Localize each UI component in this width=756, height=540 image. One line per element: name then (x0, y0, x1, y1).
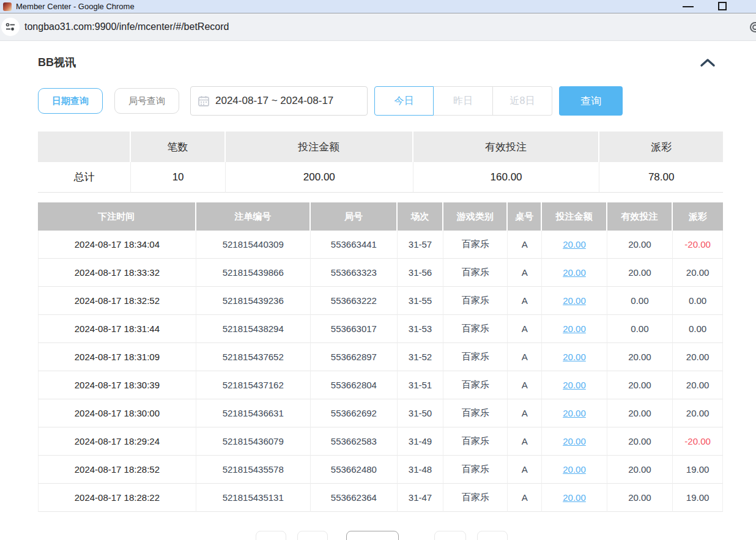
pagination-current-page[interactable] (346, 531, 399, 540)
bet-amount-link[interactable]: 20.00 (563, 492, 586, 503)
cell-bet: 20.00 (542, 456, 607, 484)
cell-bet-id: 521815439866 (196, 259, 311, 287)
cell-game: 百家乐 (443, 231, 508, 259)
cell-valid: 20.00 (607, 456, 673, 484)
round-query-tab[interactable]: 局号查询 (114, 88, 179, 114)
window-titlebar: Member Center - Google Chrome (0, 0, 756, 13)
summary-total-count: 10 (131, 162, 226, 193)
cell-session: 31-56 (398, 259, 443, 287)
summary-total-bet-amount: 200.00 (226, 162, 413, 193)
cell-bet-id: 521815436631 (196, 399, 311, 427)
header-valid-bet: 有效投注 (607, 202, 673, 231)
cell-bet-id: 521815435578 (196, 456, 311, 484)
cell-bet: 20.00 (542, 259, 607, 287)
summary-header-row: 笔数 投注金额 有效投注 派彩 (38, 131, 723, 162)
last8days-button[interactable]: 近8日 (493, 86, 552, 116)
cell-game: 百家乐 (443, 259, 508, 287)
cell-table-no: A (508, 259, 542, 287)
cell-game: 百家乐 (443, 427, 508, 456)
cell-payout: 19.00 (673, 484, 723, 512)
cell-bet: 20.00 (542, 427, 607, 456)
maximize-button[interactable] (713, 0, 732, 13)
cell-bet: 20.00 (542, 343, 607, 371)
cell-payout: 19.00 (673, 456, 723, 484)
cell-time: 2024-08-17 18:32:52 (38, 287, 196, 315)
site-settings-icon[interactable] (1, 18, 20, 36)
summary-header-empty (38, 131, 131, 162)
cell-time: 2024-08-17 18:34:04 (38, 231, 196, 259)
cell-bet-id: 521815440309 (196, 231, 311, 259)
today-button[interactable]: 今日 (374, 86, 434, 116)
yesterday-button[interactable]: 昨日 (434, 86, 493, 116)
bet-amount-link[interactable]: 20.00 (563, 436, 586, 446)
cell-round: 553663323 (311, 259, 398, 287)
bet-record-table: 下注时间 注单编号 局号 场次 游戏类别 桌号 投注金额 有效投注 派彩 202… (38, 202, 723, 512)
cell-bet-id: 521815436079 (196, 427, 311, 456)
header-game-type: 游戏类别 (443, 202, 508, 231)
pagination-button[interactable] (297, 531, 328, 540)
cell-session: 31-57 (398, 231, 443, 259)
header-bet-time: 下注时间 (38, 202, 196, 231)
cell-payout: -20.00 (673, 427, 723, 456)
cell-bet-id: 521815439236 (196, 287, 311, 315)
collapse-chevron-icon[interactable] (700, 57, 716, 67)
calendar-icon (198, 95, 209, 106)
bet-amount-link[interactable]: 20.00 (563, 267, 586, 278)
address-bar[interactable]: tongbao31.com:9900/infe/mcenter/#/betRec… (0, 13, 756, 41)
cell-session: 31-53 (398, 315, 443, 343)
bet-amount-link[interactable]: 20.00 (563, 464, 586, 475)
cell-payout: 0.00 (673, 287, 723, 315)
table-row: 2024-08-17 18:31:44521815438294553663017… (38, 315, 723, 343)
profile-icon[interactable] (750, 22, 756, 32)
date-range-value: 2024-08-17 ~ 2024-08-17 (215, 95, 333, 107)
cell-bet: 20.00 (542, 484, 607, 512)
cell-valid: 20.00 (607, 427, 673, 456)
url-text[interactable]: tongbao31.com:9900/infe/mcenter/#/betRec… (24, 21, 229, 32)
cell-valid: 20.00 (607, 343, 673, 371)
bet-amount-link[interactable]: 20.00 (563, 239, 586, 250)
cell-bet: 20.00 (542, 315, 607, 343)
cell-session: 31-50 (398, 399, 443, 427)
date-range-input[interactable]: 2024-08-17 ~ 2024-08-17 (190, 86, 368, 116)
pagination-button[interactable] (256, 531, 286, 540)
cell-game: 百家乐 (443, 456, 508, 484)
search-button[interactable]: 查询 (559, 86, 623, 116)
table-row: 2024-08-17 18:31:09521815437652553662897… (38, 343, 723, 371)
cell-round: 553662583 (311, 427, 398, 456)
bet-amount-link[interactable]: 20.00 (563, 352, 586, 362)
cell-bet-id: 521815438294 (196, 315, 311, 343)
page-title: BB视讯 (38, 55, 76, 70)
summary-header-valid-bet: 有效投注 (413, 131, 600, 162)
minimize-button[interactable] (679, 0, 697, 13)
cell-table-no: A (508, 484, 542, 512)
tune-icon (6, 22, 15, 32)
cell-payout: -20.00 (673, 231, 723, 259)
cell-round: 553662897 (311, 343, 398, 371)
pagination-button[interactable] (477, 531, 508, 540)
cell-table-no: A (508, 456, 542, 484)
cell-time: 2024-08-17 18:28:52 (38, 456, 196, 484)
pagination-button[interactable] (434, 531, 466, 540)
cell-valid: 20.00 (607, 484, 673, 512)
cell-time: 2024-08-17 18:31:09 (38, 343, 196, 371)
bet-amount-link[interactable]: 20.00 (563, 324, 586, 334)
table-row: 2024-08-17 18:28:52521815435578553662480… (38, 456, 723, 484)
cell-valid: 20.00 (607, 371, 673, 399)
cell-valid: 0.00 (607, 315, 673, 343)
cell-time: 2024-08-17 18:33:32 (38, 259, 196, 287)
bet-amount-link[interactable]: 20.00 (563, 380, 586, 390)
cell-bet-id: 521815437162 (196, 371, 311, 399)
bet-amount-link[interactable]: 20.00 (563, 408, 586, 418)
cell-payout: 20.00 (673, 259, 723, 287)
summary-total-label: 总计 (38, 162, 131, 193)
date-query-tab[interactable]: 日期查询 (38, 88, 103, 114)
cell-session: 31-47 (398, 484, 443, 512)
cell-time: 2024-08-17 18:29:24 (38, 427, 196, 456)
cell-session: 31-48 (398, 456, 443, 484)
cell-bet: 20.00 (542, 287, 607, 315)
cell-session: 31-51 (398, 371, 443, 399)
bet-amount-link[interactable]: 20.00 (563, 295, 586, 306)
cell-round: 553662804 (311, 371, 398, 399)
filter-toolbar: 日期查询 局号查询 2024-08-17 ~ 2024-08-17 今日 昨日 … (38, 86, 723, 116)
cell-session: 31-55 (398, 287, 443, 315)
